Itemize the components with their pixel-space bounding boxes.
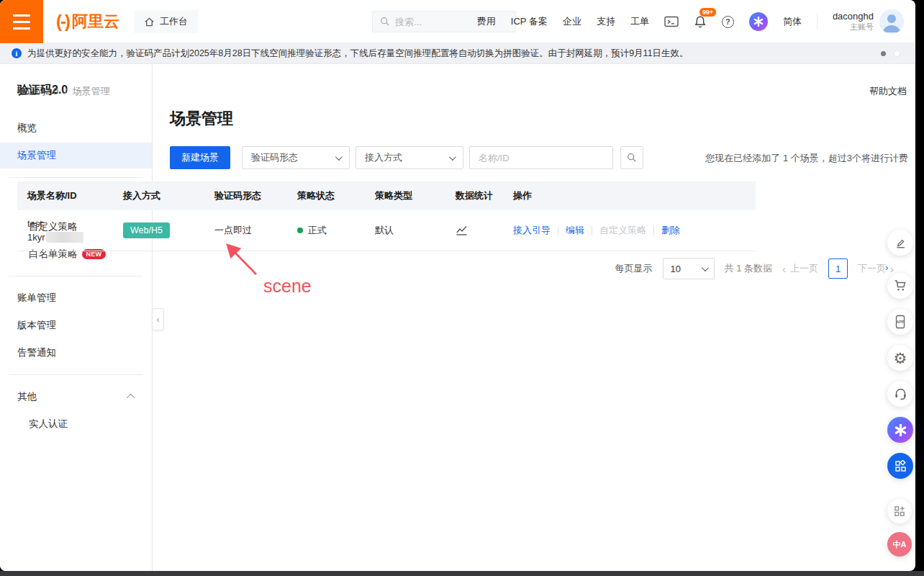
headset-icon xyxy=(894,387,907,400)
screenshot-root: (-) 阿里云 工作台 费用 ICP 备案 企业 支持 工单 xyxy=(0,0,924,576)
help-doc-link[interactable]: 帮助文档 xyxy=(869,85,907,98)
sidebar-item-alerts[interactable]: 告警通知 xyxy=(0,340,152,366)
topnav-item-icp[interactable]: ICP 备案 xyxy=(511,15,548,28)
topnav-item-support[interactable]: 支持 xyxy=(597,15,615,28)
cart-button[interactable] xyxy=(887,273,913,299)
sidebar-divider xyxy=(9,276,143,276)
sidebar-collapse-button[interactable]: ‹ xyxy=(152,308,164,330)
col-header-captcha-form: 验证码形态 xyxy=(214,181,261,210)
svg-text:APP: APP xyxy=(896,320,905,324)
carousel-dot-active[interactable] xyxy=(881,51,886,56)
scene-id-prefix: 1kyr xyxy=(27,232,45,243)
create-scene-button[interactable]: 新建场景 xyxy=(170,146,230,169)
sidebar-item-billing[interactable]: 账单管理 xyxy=(0,285,152,311)
sidebar-item-overview[interactable]: 概览 xyxy=(0,115,152,141)
action-custom-policy[interactable]: 自定义策略 xyxy=(599,224,646,237)
mini-apps-button[interactable] xyxy=(887,453,913,479)
name-id-filter-input[interactable] xyxy=(469,146,613,169)
topnav-item-fees[interactable]: 费用 xyxy=(477,15,496,28)
os-taskbar-strip xyxy=(0,571,924,576)
cloudshell-button[interactable] xyxy=(664,16,679,27)
notice-banner: i 为提供更好的安全能力，验证码产品计划2025年8月28日下线空间推理验证形态… xyxy=(0,43,915,64)
filter-bar: 新建场景 验证码形态 接入方式 您现在已经添加了 1 个场景，超过3个将进行计费 xyxy=(170,146,908,169)
cart-icon xyxy=(894,279,907,292)
translate-button[interactable]: 中A xyxy=(887,532,912,557)
policy-type-cell: 默认 xyxy=(375,210,394,251)
annotation-label: scene xyxy=(263,276,312,297)
chevron-down-icon xyxy=(335,153,343,161)
scene-name: test xyxy=(27,218,42,229)
prev-page-button[interactable]: ‹ 上一页 xyxy=(782,262,818,275)
hamburger-icon xyxy=(13,27,30,30)
breadcrumb-current: 场景管理 xyxy=(73,85,110,98)
gear-icon: ⚙ xyxy=(894,351,907,366)
current-page-button[interactable]: 1 xyxy=(828,258,848,279)
data-stats-cell xyxy=(456,210,468,251)
ai-star-icon xyxy=(749,12,768,31)
chart-icon[interactable] xyxy=(456,225,468,236)
mobile-app-button[interactable]: APP xyxy=(887,309,913,335)
support-button[interactable] xyxy=(887,381,913,407)
quick-edit-button[interactable] xyxy=(887,230,913,256)
next-page-button[interactable]: 下一页 › xyxy=(858,262,894,275)
top-header: (-) 阿里云 工作台 费用 ICP 备案 企业 支持 工单 xyxy=(0,0,915,43)
account-menu[interactable]: daconghd 主账号 xyxy=(833,9,904,34)
topnav-item-enterprise[interactable]: 企业 xyxy=(563,15,581,28)
header-right-nav: 费用 ICP 备案 企业 支持 工单 99+ ? xyxy=(477,0,915,43)
carousel-dot[interactable] xyxy=(894,51,900,56)
language-switcher[interactable]: 简体 xyxy=(783,15,802,28)
logo-text: 阿里云 xyxy=(72,11,119,32)
chevron-down-icon xyxy=(449,153,456,161)
hamburger-icon xyxy=(13,14,30,17)
rail-expand-button[interactable]: › xyxy=(885,262,888,273)
ai-assistant-rail-button[interactable] xyxy=(887,417,913,443)
filter-search-button[interactable] xyxy=(620,146,643,169)
col-header-name-id: 场景名称/ID xyxy=(27,181,77,210)
workbench-button[interactable]: 工作台 xyxy=(134,10,198,33)
col-header-actions: 操作 xyxy=(513,181,532,210)
app-icon: APP xyxy=(894,315,907,329)
avatar[interactable] xyxy=(879,9,904,34)
breadcrumb-root[interactable]: 验证码2.0 xyxy=(17,85,58,98)
scene-id-redacted xyxy=(46,232,83,243)
sidebar-divider xyxy=(9,374,143,375)
sidebar-item-version[interactable]: 版本管理 xyxy=(0,312,152,338)
table-row: test 1kyr Web/H5 一点即过 正式 默认 xyxy=(17,210,756,251)
breadcrumb-separator: / xyxy=(64,86,67,97)
help-icon: ? xyxy=(722,16,734,28)
search-icon xyxy=(627,153,637,163)
logo-bracket-glyph: (-) xyxy=(56,12,69,32)
topnav-item-ticket[interactable]: 工单 xyxy=(630,15,649,28)
info-icon: i xyxy=(12,48,22,58)
pencil-icon xyxy=(894,237,907,249)
notice-text: 为提供更好的安全能力，验证码产品计划2025年8月28日下线空间推理验证形态，下… xyxy=(27,48,689,60)
action-edit[interactable]: 编辑 xyxy=(566,224,584,237)
quota-hint-text: 您现在已经添加了 1 个场景，超过3个将进行计费 xyxy=(705,152,908,165)
aliyun-logo[interactable]: (-) 阿里云 xyxy=(56,0,119,43)
user-role: 主账号 xyxy=(850,22,874,32)
add-widget-button[interactable] xyxy=(887,499,912,523)
user-name: daconghd xyxy=(833,11,874,22)
ai-assistant-button[interactable] xyxy=(749,12,768,31)
action-delete[interactable]: 删除 xyxy=(661,224,680,237)
captcha-form-filter-dropdown[interactable]: 验证码形态 xyxy=(242,146,350,169)
per-page-label: 每页显示 xyxy=(615,262,653,275)
sidebar-group-other[interactable]: 其他 xyxy=(0,384,152,410)
sidebar-item-scene-management[interactable]: 场景管理 xyxy=(0,143,152,168)
help-button[interactable]: ? xyxy=(722,16,734,28)
action-access-guide[interactable]: 接入引导 xyxy=(513,224,551,237)
access-mode-cell: Web/H5 xyxy=(123,210,170,251)
col-header-policy-type: 策略类型 xyxy=(375,181,412,210)
access-mode-filter-dropdown[interactable]: 接入方式 xyxy=(355,146,463,169)
chevron-up-icon xyxy=(127,394,135,402)
scene-table: 场景名称/ID 接入方式 验证码形态 策略状态 策略类型 数据统计 操作 tes… xyxy=(17,181,756,251)
col-header-policy-status: 策略状态 xyxy=(297,181,335,210)
header-divider xyxy=(817,13,817,30)
hamburger-menu-button[interactable] xyxy=(0,0,43,43)
settings-button[interactable]: ⚙ xyxy=(887,345,913,371)
notifications-button[interactable]: 99+ xyxy=(694,15,707,29)
col-header-access-mode: 接入方式 xyxy=(123,181,160,210)
sidebar-item-real-person-auth[interactable]: 实人认证 xyxy=(0,411,152,437)
aliyun-console-window: (-) 阿里云 工作台 费用 ICP 备案 企业 支持 工单 xyxy=(0,0,915,571)
per-page-select[interactable]: 10 xyxy=(663,258,715,279)
